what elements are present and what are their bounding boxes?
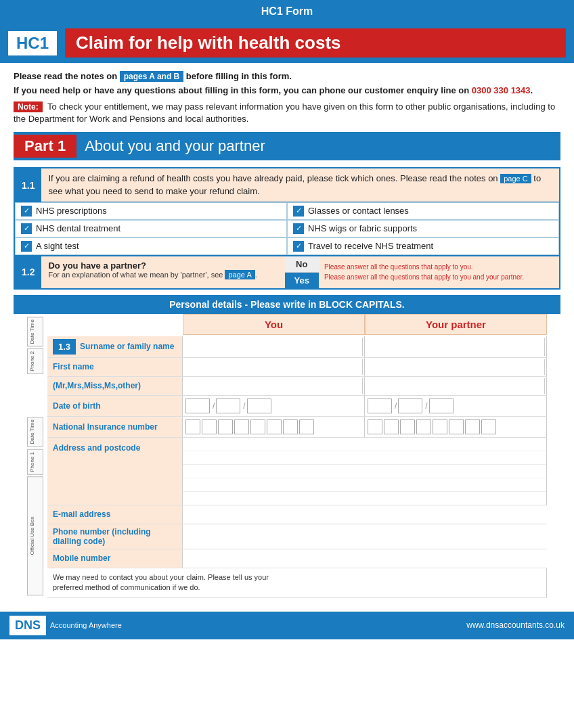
section-12-num: 1.2 (15, 256, 41, 288)
title-you-cell (183, 377, 365, 395)
ni-you-2[interactable] (202, 419, 217, 434)
no-button[interactable]: No (285, 256, 319, 273)
mobile-input[interactable] (184, 551, 546, 566)
dob-partner-yyyy[interactable] (429, 399, 454, 413)
section-11-text: If you are claiming a refund of health c… (41, 168, 559, 201)
firstname-label: First name (47, 358, 183, 376)
firstname-you-input[interactable] (184, 359, 363, 375)
checkbox-grid: ✓ NHS prescriptions ✓ Glasses or contact… (15, 202, 559, 255)
ni-partner-2[interactable] (384, 419, 399, 434)
partner-question: Do you have a partner? (48, 260, 278, 271)
ni-you-8[interactable] (299, 419, 314, 434)
intro-note1: Please read the notes on pages A and B b… (14, 71, 560, 81)
mobile-label: Mobile number (47, 549, 183, 568)
email-label: E-mail address (47, 505, 183, 524)
ni-you-5[interactable] (250, 419, 265, 434)
dns-logo: DNS Accounting Anywhere (9, 616, 122, 635)
note-box: Note: To check your entitlement, we may … (14, 101, 560, 125)
part1-title: About you and your partner (85, 137, 265, 155)
dns-tagline: Accounting Anywhere (50, 621, 122, 629)
checkbox-wigs[interactable]: ✓ NHS wigs or fabric supports (287, 220, 559, 237)
dob-you-yyyy[interactable] (247, 399, 271, 413)
firstname-you-cell (183, 358, 365, 376)
row-surname: 1.3 Surname or family name (47, 336, 547, 358)
phone-input[interactable] (184, 526, 546, 547)
phone-input-cell (183, 524, 547, 549)
contact-pref-input[interactable] (299, 570, 545, 596)
firstname-partner-input[interactable] (366, 359, 545, 375)
address-line-2[interactable] (183, 451, 546, 465)
row-mobile: Mobile number (47, 549, 547, 568)
check-icon: ✓ (21, 223, 32, 234)
ni-partner-7[interactable] (465, 419, 480, 434)
checkbox-glasses[interactable]: ✓ Glasses or contact lenses (287, 202, 559, 220)
dob-you-dd[interactable] (185, 399, 210, 413)
ni-partner-cell (365, 417, 547, 437)
ni-partner-6[interactable] (449, 419, 464, 434)
yes-button[interactable]: Yes (285, 273, 319, 288)
address-line-3[interactable] (183, 465, 546, 478)
row-13-num: 1.3 (53, 339, 76, 355)
email-input-cell (183, 505, 547, 524)
partner-sub: For an explanation of what we mean by 'p… (48, 271, 278, 279)
note-label: Note: (14, 101, 43, 112)
address-line-4[interactable] (183, 478, 546, 492)
hc1-badge: HC1 (8, 31, 57, 55)
ni-partner-5[interactable] (433, 419, 447, 434)
dob-you-cell: / / (183, 396, 365, 416)
checkbox-travel[interactable]: ✓ Travel to receive NHS treatment (287, 237, 559, 255)
section-11-num: 1.1 (15, 168, 41, 201)
ni-partner-3[interactable] (400, 419, 415, 434)
checkbox-nhs-prescriptions[interactable]: ✓ NHS prescriptions (15, 202, 287, 220)
section-11-header: 1.1 If you are claiming a refund of heal… (15, 168, 559, 201)
ni-partner-8[interactable] (481, 419, 496, 434)
intro-phone: If you need help or have any questions a… (14, 85, 560, 95)
ni-partner-4[interactable] (416, 419, 431, 434)
part1-header: Part 1 About you and your partner (14, 132, 560, 160)
top-bar-title: HC1 Form (261, 5, 313, 17)
col-you: You (183, 314, 365, 335)
address-line-5[interactable] (183, 492, 546, 505)
row-ni: National Insurance number (47, 417, 547, 438)
row-contact-note: We may need to contact you about your cl… (47, 568, 547, 598)
ni-label: National Insurance number (47, 417, 183, 437)
row-email: E-mail address (47, 505, 547, 524)
ni-you-7[interactable] (283, 419, 298, 434)
left-sidebar: Date Time Phone 2 Date Time Phone 1 Offi… (27, 317, 43, 598)
part1-badge: Part 1 (14, 135, 76, 158)
dob-label: Date of birth (47, 396, 183, 416)
form-outer-wrap: Date Time Phone 2 Date Time Phone 1 Offi… (14, 314, 560, 598)
surname-label: 1.3 Surname or family name (47, 336, 183, 357)
address-line-1[interactable] (183, 438, 546, 451)
checkbox-dental[interactable]: ✓ NHS dental treatment (15, 220, 287, 237)
ni-you-6[interactable] (267, 419, 282, 434)
ni-you-1[interactable] (185, 419, 200, 434)
surname-you-input[interactable] (184, 338, 363, 356)
section-12-text: Do you have a partner? For an explanatio… (41, 256, 284, 288)
dob-partner-cell: / / (365, 396, 547, 416)
dob-you-mm[interactable] (216, 399, 240, 413)
top-bar: HC1 Form (0, 0, 574, 23)
dob-partner-dd[interactable] (368, 399, 392, 413)
title-partner-input[interactable] (366, 378, 545, 394)
row-dob: Date of birth / / / / (47, 396, 547, 417)
section-12: 1.2 Do you have a partner? For an explan… (15, 255, 559, 288)
dob-partner-mm[interactable] (398, 399, 422, 413)
title-you-input[interactable] (184, 378, 363, 394)
email-input[interactable] (184, 507, 546, 522)
check-icon: ✓ (21, 206, 32, 217)
mobile-input-cell (183, 549, 547, 568)
col-headers: You Your partner (47, 314, 547, 335)
ni-partner-1[interactable] (368, 419, 382, 434)
personal-details-header: Personal details - Please write in BLOCK… (14, 295, 560, 314)
ni-you-cell (183, 417, 365, 437)
surname-partner-input[interactable] (366, 338, 545, 356)
ni-you-3[interactable] (218, 419, 233, 434)
dns-square: DNS (9, 616, 46, 635)
address-label: Address and postcode (47, 438, 183, 505)
ni-you-4[interactable] (234, 419, 249, 434)
check-icon: ✓ (293, 241, 304, 252)
checkbox-sight-test[interactable]: ✓ A sight test (15, 237, 287, 255)
phone-number: 0300 330 1343 (472, 85, 531, 95)
address-lines (183, 438, 546, 505)
